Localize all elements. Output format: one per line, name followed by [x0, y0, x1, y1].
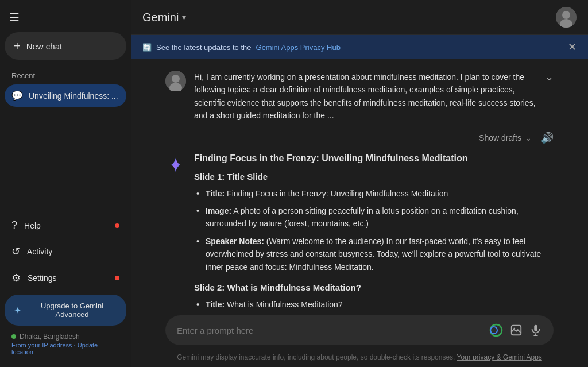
chat-area: Hi, I am currently working on a presenta… — [131, 59, 588, 308]
microphone-icon — [529, 324, 542, 337]
input-icons — [489, 323, 542, 337]
sidebar-item-activity[interactable]: ↺ Activity — [5, 239, 126, 264]
avatar[interactable] — [556, 7, 577, 28]
bullet-label: Title: — [206, 189, 225, 198]
user-message-row: Hi, I am currently working on a presenta… — [165, 71, 554, 122]
input-area — [131, 308, 588, 350]
sidebar-item-label-help: Help — [24, 221, 41, 230]
bullet-text: A photo of a person sitting peacefully i… — [206, 206, 519, 228]
sidebar-item-label-activity: Activity — [27, 247, 52, 256]
gemini-g-icon — [489, 323, 503, 337]
header-title-text: Gemini — [142, 11, 179, 24]
footer-note: Gemini may display inaccurate info, incl… — [131, 350, 588, 367]
show-drafts-label: Show drafts — [479, 133, 521, 142]
response-title: Finding Focus in the Frenzy: Unveiling M… — [194, 153, 554, 164]
user-avatar-image — [165, 71, 186, 91]
footer-text: Gemini may display inaccurate info, incl… — [177, 353, 455, 361]
upgrade-label: Upgrade to Gemini Advanced — [27, 302, 117, 319]
location-sub[interactable]: From your IP address · Update location — [11, 342, 119, 356]
bullet-label: Title: — [206, 300, 225, 308]
location-city: Dhaka, Bangladesh — [20, 333, 80, 341]
upgrade-button[interactable]: ✦ Upgrade to Gemini Advanced — [5, 295, 126, 326]
show-drafts-row: Show drafts ⌄ 🔊 — [165, 132, 554, 144]
svg-point-4 — [172, 75, 180, 83]
location-dot — [11, 334, 16, 339]
sidebar-item-label-settings: Settings — [28, 273, 57, 283]
slide-2-title: Slide 2: What is Mindfulness Meditation? — [194, 283, 554, 292]
privacy-banner: 🔄 See the latest updates to the Gemini A… — [131, 35, 588, 59]
footer-privacy-link[interactable]: Your privacy & Gemini Apps — [457, 353, 542, 361]
sidebar-chat-item-unveiling[interactable]: 💬 Unveiling Mindfulness: ... — [5, 84, 126, 107]
bullet-text: What is Mindfulness Meditation? — [227, 300, 343, 308]
banner-content: 🔄 See the latest updates to the Gemini A… — [142, 43, 341, 52]
header: Gemini ▾ — [131, 0, 588, 35]
location-name: Dhaka, Bangladesh — [11, 333, 119, 341]
sidebar-item-help[interactable]: ? Help — [5, 214, 126, 237]
help-icon: ? — [11, 219, 17, 231]
plus-icon: + — [14, 40, 21, 52]
hamburger-icon[interactable]: ☰ — [9, 11, 20, 23]
show-drafts-button[interactable]: Show drafts ⌄ — [479, 133, 532, 142]
image-upload-button[interactable] — [510, 324, 523, 337]
prompt-input[interactable] — [177, 326, 482, 335]
collapse-icon[interactable]: ⌄ — [545, 71, 554, 83]
new-chat-label: New chat — [26, 41, 63, 51]
microphone-button[interactable] — [529, 324, 542, 337]
drafts-chevron-icon: ⌄ — [525, 133, 532, 142]
gemini-g-button[interactable] — [489, 323, 503, 337]
svg-point-6 — [490, 324, 502, 336]
svg-point-7 — [490, 327, 497, 334]
list-item: Title: What is Mindfulness Meditation? — [194, 298, 554, 308]
list-item: Speaker Notes: (Warm welcome to the audi… — [194, 235, 554, 273]
gemini-logo-svg — [168, 157, 184, 173]
sidebar: ☰ + New chat Recent 💬 Unveiling Mindfuln… — [0, 0, 131, 367]
location-info: Dhaka, Bangladesh From your IP address ·… — [5, 328, 126, 360]
help-notification-dot — [115, 223, 119, 228]
slide-2-bullets: Title: What is Mindfulness Meditation? I… — [194, 298, 554, 308]
banner-link[interactable]: Gemini Apps Privacy Hub — [256, 43, 341, 52]
recent-label: Recent — [5, 69, 126, 84]
bullet-label: Image: — [206, 206, 231, 215]
sidebar-bottom: ? Help ↺ Activity ⚙ Settings ✦ Upgrade t… — [5, 214, 126, 360]
bullet-text: Finding Focus in the Frenzy: Unveiling M… — [227, 189, 448, 198]
close-icon[interactable]: ✕ — [568, 41, 577, 53]
new-chat-button[interactable]: + New chat — [5, 32, 126, 60]
sidebar-spacer — [5, 107, 126, 214]
chat-bubble-icon: 💬 — [11, 90, 23, 101]
app-container: ☰ + New chat Recent 💬 Unveiling Mindfuln… — [0, 0, 588, 367]
upgrade-star-icon: ✦ — [14, 305, 21, 316]
speaker-icon[interactable]: 🔊 — [541, 132, 554, 144]
user-avatar — [165, 71, 186, 91]
settings-notification-dot — [115, 276, 119, 280]
input-box — [165, 315, 554, 345]
ai-response-content: Finding Focus in the Frenzy: Unveiling M… — [194, 153, 554, 308]
sidebar-item-settings[interactable]: ⚙ Settings — [5, 266, 126, 290]
bullet-label: Speaker Notes: — [206, 237, 264, 246]
location-sub-text: From your IP address · Update location — [11, 342, 98, 356]
svg-rect-10 — [534, 325, 537, 331]
banner-info-icon: 🔄 — [142, 43, 152, 52]
main-content: Gemini ▾ 🔄 See the latest updates to the… — [131, 0, 588, 367]
slide-1-bullets: Title: Finding Focus in the Frenzy: Unve… — [194, 187, 554, 273]
banner-text: See the latest updates to the — [156, 43, 252, 52]
slide-1-title: Slide 1: Title Slide — [194, 172, 554, 181]
user-message-text: Hi, I am currently working on a presenta… — [194, 71, 537, 122]
activity-icon: ↺ — [11, 245, 20, 258]
chat-item-label: Unveiling Mindfulness: ... — [29, 91, 118, 101]
list-item: Title: Finding Focus in the Frenzy: Unve… — [194, 187, 554, 200]
gemini-star-icon — [165, 154, 186, 175]
list-item: Image: A photo of a person sitting peace… — [194, 204, 554, 230]
settings-icon: ⚙ — [11, 272, 21, 284]
header-title[interactable]: Gemini ▾ — [142, 11, 186, 24]
image-icon — [510, 324, 523, 337]
ai-response-block: Finding Focus in the Frenzy: Unveiling M… — [165, 153, 554, 308]
sidebar-top: ☰ — [5, 7, 126, 28]
svg-point-1 — [562, 11, 570, 19]
chevron-down-icon: ▾ — [182, 13, 186, 22]
avatar-image — [556, 7, 577, 28]
